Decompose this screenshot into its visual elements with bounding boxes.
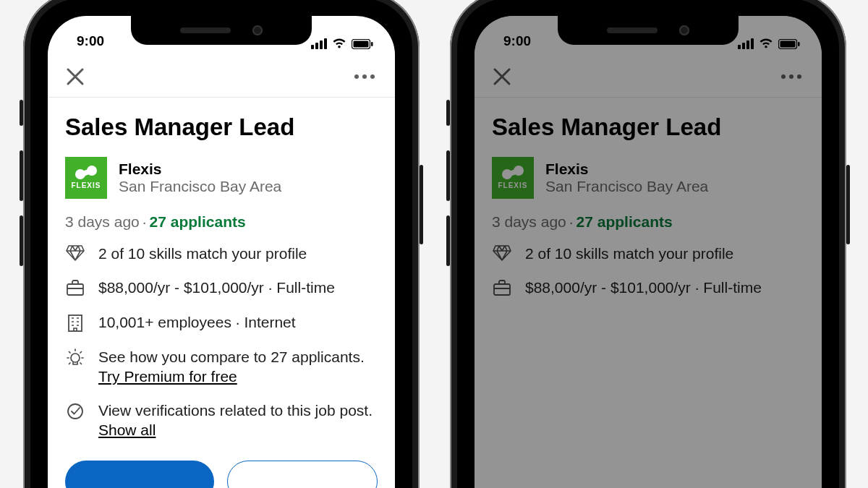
- compare-row: See how you compare to 27 applicants. Tr…: [65, 347, 378, 387]
- battery-icon: [352, 39, 373, 49]
- post-meta: 3 days ago·27 applicants: [65, 213, 378, 231]
- device-notch: [558, 16, 739, 45]
- company-location: San Francisco Bay Area: [119, 178, 281, 195]
- applicant-count[interactable]: 27 applicants: [150, 213, 246, 230]
- company-name[interactable]: Flexis: [119, 160, 281, 178]
- show-all-verifications-link[interactable]: Show all: [98, 421, 156, 438]
- company-logo[interactable]: FLEXIS: [65, 157, 107, 199]
- verified-icon: [65, 401, 85, 421]
- skills-row: 2 of 10 skills match your profile: [65, 244, 378, 263]
- device-notch: [131, 16, 312, 45]
- more-options-icon[interactable]: [354, 74, 378, 79]
- phone-mockup-left: 9:00: [23, 0, 420, 488]
- svg-point-6: [68, 404, 82, 419]
- company-size-row: 10,001+ employees · Internet: [65, 312, 378, 333]
- close-icon[interactable]: [65, 67, 85, 87]
- apply-button[interactable]: [65, 461, 214, 488]
- svg-point-5: [71, 354, 80, 362]
- wifi-icon: [332, 38, 346, 49]
- job-title: Sales Manager Lead: [65, 114, 378, 141]
- status-time: 9:00: [77, 33, 104, 49]
- verifications-row: View verifications related to this job p…: [65, 401, 378, 440]
- save-button[interactable]: [227, 461, 378, 488]
- building-icon: [65, 312, 85, 333]
- phone-mockup-right: 9:00: [450, 0, 846, 488]
- svg-rect-3: [67, 284, 83, 295]
- briefcase-icon: [65, 278, 85, 296]
- lightbulb-icon: [65, 347, 85, 369]
- svg-rect-1: [354, 40, 369, 47]
- cellular-icon: [311, 38, 327, 49]
- nav-bar: [48, 52, 395, 98]
- modal-overlay[interactable]: [475, 16, 822, 488]
- try-premium-link[interactable]: Try Premium for free: [98, 368, 237, 385]
- svg-rect-2: [371, 42, 373, 46]
- diamond-icon: [65, 244, 85, 261]
- salary-row: $88,000/yr - $101,000/yr · Full-time: [65, 278, 378, 297]
